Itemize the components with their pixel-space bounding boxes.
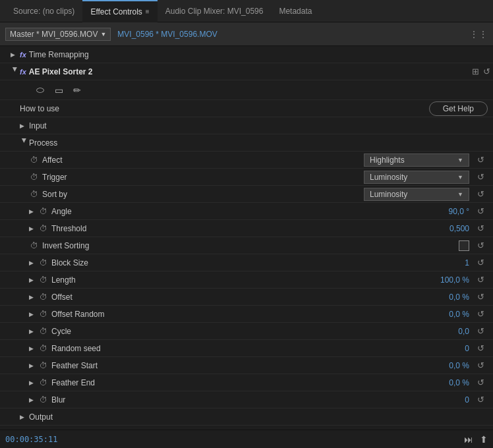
feather-end-expand[interactable]: ▶	[29, 379, 38, 386]
random-seed-value[interactable]: 0	[465, 344, 469, 353]
block-size-expand[interactable]: ▶	[29, 260, 38, 266]
offset-value[interactable]: 0,0 %	[449, 293, 469, 302]
fx-icon-ae: fx	[20, 68, 26, 76]
blur-stopwatch[interactable]: ⏱	[38, 395, 49, 405]
sort-by-stopwatch[interactable]: ⏱	[29, 189, 40, 200]
threshold-row: ▶ ⏱ Threshold 0,500 ↺	[0, 220, 493, 237]
master-sequence-selector[interactable]: Master * MVI_0596.MOV ▼	[5, 28, 111, 41]
reset-all-icon[interactable]: ↺	[483, 67, 490, 76]
blur-reset-icon[interactable]: ↺	[473, 393, 488, 407]
feather-start-stopwatch[interactable]: ⏱	[38, 360, 49, 371]
offset-random-value[interactable]: 0,0 %	[449, 310, 469, 319]
angle-value[interactable]: 90,0 °	[449, 207, 470, 216]
random-seed-row: ▶ ⏱ Random seed 0 ↺	[0, 340, 493, 357]
feather-start-reset-icon[interactable]: ↺	[473, 358, 488, 373]
cycle-reset-icon[interactable]: ↺	[473, 324, 488, 339]
random-seed-stopwatch[interactable]: ⏱	[38, 343, 49, 354]
sequence-options-icon[interactable]: ⋮⋮	[469, 29, 488, 40]
offset-random-row: ▶ ⏱ Offset Random 0,0 % ↺	[0, 306, 493, 323]
length-reset-icon[interactable]: ↺	[473, 273, 488, 287]
blur-row: ▶ ⏱ Blur 0 ↺	[0, 391, 493, 408]
offset-stopwatch[interactable]: ⏱	[38, 292, 49, 302]
trigger-dropdown[interactable]: Luminosity ▼	[364, 171, 469, 184]
blur-value[interactable]: 0	[465, 395, 469, 405]
sort-by-chevron-icon: ▼	[457, 191, 463, 198]
how-to-use-row: How to use Get Help	[0, 100, 493, 117]
tab-audio-clip-mixer[interactable]: Audio Clip Mixer: MVI_0596	[158, 0, 272, 22]
get-help-button[interactable]: Get Help	[429, 101, 488, 116]
ae-pixel-sorter-label: AE Pixel Sorter 2	[29, 67, 472, 76]
threshold-expand[interactable]: ▶	[29, 225, 38, 232]
feather-end-label: Feather End	[51, 378, 449, 387]
export-icon[interactable]: ⬆	[480, 434, 488, 445]
length-row: ▶ ⏱ Length 100,0 % ↺	[0, 271, 493, 289]
add-keyframe-icon[interactable]: ⊞	[472, 67, 479, 76]
offset-expand[interactable]: ▶	[29, 294, 38, 300]
time-remapping-expand[interactable]: ▶	[11, 51, 20, 58]
block-size-reset-icon[interactable]: ↺	[473, 256, 488, 270]
input-expand[interactable]: ▶	[20, 123, 29, 129]
process-label: Process	[29, 138, 490, 148]
trigger-reset-icon[interactable]: ↺	[473, 170, 488, 184]
rect-tool-icon[interactable]: ▭	[51, 83, 66, 98]
blur-expand[interactable]: ▶	[29, 397, 38, 403]
output-expand[interactable]: ▶	[20, 414, 29, 420]
offset-reset-icon[interactable]: ↺	[473, 290, 488, 304]
feather-end-stopwatch[interactable]: ⏱	[38, 378, 49, 388]
tab-menu-icon[interactable]: ≡	[146, 8, 150, 15]
random-seed-reset-icon[interactable]: ↺	[473, 341, 488, 356]
cycle-expand[interactable]: ▶	[29, 328, 38, 335]
process-expand[interactable]: ▶	[21, 138, 28, 148]
threshold-stopwatch[interactable]: ⏱	[38, 223, 49, 234]
affect-dropdown[interactable]: Highlights ▼	[364, 154, 469, 167]
trigger-stopwatch[interactable]: ⏱	[29, 172, 40, 182]
block-size-stopwatch[interactable]: ⏱	[38, 258, 49, 268]
random-seed-expand[interactable]: ▶	[29, 345, 38, 352]
threshold-label: Threshold	[51, 224, 450, 233]
affect-reset-icon[interactable]: ↺	[473, 153, 488, 167]
offset-random-stopwatch[interactable]: ⏱	[38, 309, 49, 320]
sort-by-reset-icon[interactable]: ↺	[473, 187, 488, 202]
angle-reset-icon[interactable]: ↺	[473, 204, 488, 219]
length-stopwatch[interactable]: ⏱	[38, 275, 49, 285]
length-value[interactable]: 100,0 %	[440, 275, 469, 285]
offset-random-expand[interactable]: ▶	[29, 311, 38, 318]
tab-metadata[interactable]: Metadata	[271, 0, 320, 22]
angle-stopwatch[interactable]: ⏱	[38, 206, 49, 217]
invert-sorting-checkbox[interactable]	[459, 240, 469, 251]
threshold-value[interactable]: 0,500	[450, 224, 469, 233]
tab-metadata-label: Metadata	[279, 7, 312, 16]
clip-name-label: MVI_0596 * MVI_0596.MOV	[117, 30, 217, 39]
step-forward-icon[interactable]: ⏭	[464, 434, 473, 445]
invert-reset-icon[interactable]: ↺	[473, 238, 488, 253]
affect-stopwatch[interactable]: ⏱	[29, 155, 40, 165]
angle-row: ▶ ⏱ Angle 90,0 ° ↺	[0, 203, 493, 220]
feather-start-value[interactable]: 0,0 %	[449, 361, 469, 370]
ellipse-tool-icon[interactable]: ⬭	[33, 83, 47, 98]
effect-controls-panel: ▶ fx Time Remapping ▶ fx AE Pixel Sorter…	[0, 46, 493, 430]
invert-sorting-row: ⏱ Invert Sorting ↺	[0, 237, 493, 254]
output-label: Output	[29, 412, 490, 422]
cycle-value[interactable]: 0,0	[458, 327, 469, 336]
length-label: Length	[51, 275, 440, 285]
pen-tool-icon[interactable]: ✏	[70, 83, 84, 98]
sort-by-value: Luminosity	[370, 190, 407, 199]
block-size-value[interactable]: 1	[465, 258, 469, 267]
threshold-reset-icon[interactable]: ↺	[473, 221, 488, 236]
feather-start-expand[interactable]: ▶	[29, 362, 38, 369]
ae-pixel-sorter-expand[interactable]: ▶	[12, 67, 18, 76]
offset-random-reset-icon[interactable]: ↺	[473, 307, 488, 322]
process-section-row: ▶ Process	[0, 134, 493, 152]
angle-expand[interactable]: ▶	[29, 208, 38, 215]
feather-end-value[interactable]: 0,0 %	[449, 378, 469, 387]
invert-stopwatch[interactable]: ⏱	[29, 240, 40, 251]
tab-source[interactable]: Source: (no clips)	[5, 0, 82, 22]
tab-audio-label: Audio Clip Mixer: MVI_0596	[165, 7, 264, 16]
feather-end-reset-icon[interactable]: ↺	[473, 376, 488, 390]
cycle-stopwatch[interactable]: ⏱	[38, 326, 49, 337]
input-section-row: ▶ Input	[0, 117, 493, 134]
tab-effect-controls[interactable]: Effect Controls ≡	[82, 0, 157, 22]
sequence-row: Master * MVI_0596.MOV ▼ MVI_0596 * MVI_0…	[0, 22, 493, 46]
sort-by-dropdown[interactable]: Luminosity ▼	[364, 188, 469, 201]
length-expand[interactable]: ▶	[29, 277, 38, 283]
